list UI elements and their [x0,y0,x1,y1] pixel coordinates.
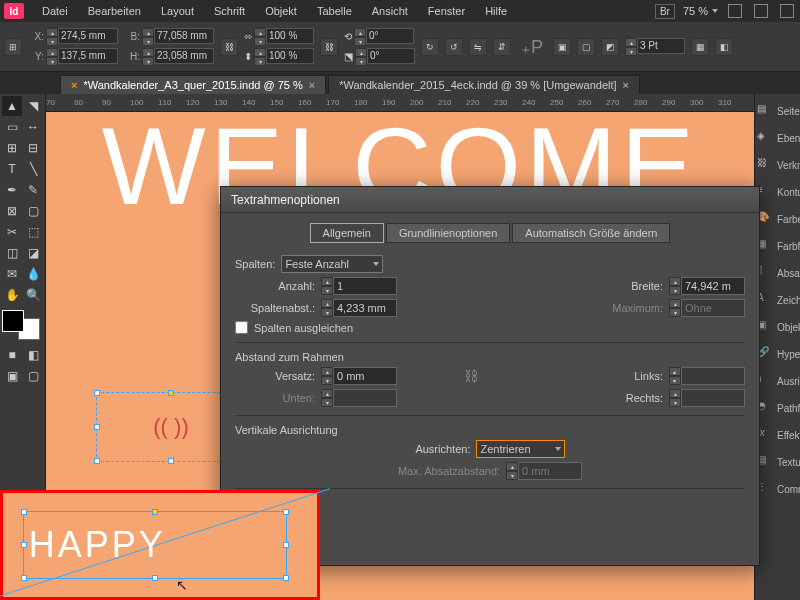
dialog-tab-autosize[interactable]: Automatisch Größe ändern [512,223,670,243]
menu-ansicht[interactable]: Ansicht [364,2,416,20]
panel-kontur[interactable]: ≡Kontur [755,179,800,205]
panel-zeichen[interactable]: AZeicher [755,287,800,313]
note-tool[interactable]: ✉ [2,264,22,284]
panel-pathfinder[interactable]: ◓Pathfin [755,395,800,421]
flip-h-icon[interactable]: ⇋ [469,38,487,56]
balance-checkbox[interactable] [235,321,248,334]
gutter-input[interactable] [333,299,397,317]
menu-hilfe[interactable]: Hilfe [477,2,515,20]
eyedropper-tool[interactable]: 💧 [23,264,43,284]
menu-tabelle[interactable]: Tabelle [309,2,360,20]
selection-tool[interactable]: ▲ [2,96,22,116]
menu-datei[interactable]: Datei [34,2,76,20]
rectangle-frame-tool[interactable]: ⊠ [2,201,22,221]
stroke-weight-input[interactable] [637,38,685,54]
columns-mode-select[interactable]: Feste Anzahl [281,255,383,273]
zoom-level[interactable]: 75 % [683,5,718,17]
height-input[interactable] [154,48,214,64]
shear-input[interactable] [367,48,415,64]
width-input[interactable] [154,28,214,44]
scale-y-input[interactable] [266,48,314,64]
control-panel: ⊞ X:▴▾ Y:▴▾ B:▴▾ H:▴▾ ⛓ ⬄▴▾ ⬍▴▾ ⛓ ⟲▴▾ ⬔▴… [0,22,800,72]
dialog-tab-grundlinien[interactable]: Grundlinienoptionen [386,223,510,243]
panel-ausrichten[interactable]: ⫞Ausrich [755,368,800,394]
col-width-input[interactable] [681,277,745,295]
panel-comma[interactable]: ⋮Comma [755,476,800,502]
constrain-scale-icon[interactable]: ⛓ [320,38,338,56]
rotate-cw-icon[interactable]: ↻ [421,38,439,56]
scale-x-icon: ⬄ [244,31,252,42]
shear-icon: ⬔ [344,51,353,62]
width-label: Breite: [607,280,663,292]
fit-frame-icon[interactable]: ▢ [577,38,595,56]
menu-fenster[interactable]: Fenster [420,2,473,20]
free-transform-tool[interactable]: ⬚ [23,222,43,242]
inset-top-input[interactable] [333,367,397,385]
menu-objekt[interactable]: Objekt [257,2,305,20]
y-input[interactable] [58,48,118,64]
rotate-input[interactable] [366,28,414,44]
dialog-title[interactable]: Textrahmenoptionen [221,187,759,213]
content-collector-tool[interactable]: ⊞ [2,138,22,158]
panel-seiten[interactable]: ▤Seiten [755,98,800,124]
close-icon[interactable]: × [309,79,315,91]
gradient-swatch-tool[interactable]: ◫ [2,243,22,263]
zoom-tool[interactable]: 🔍 [23,285,43,305]
page-tool[interactable]: ▭ [2,117,22,137]
panel-ebenen[interactable]: ◈Ebenen [755,125,800,151]
flip-v-icon[interactable]: ⇵ [493,38,511,56]
x-input[interactable] [58,28,118,44]
inset-right-label: Rechts: [607,392,663,404]
line-tool[interactable]: ╲ [23,159,43,179]
reference-point-icon[interactable]: ⊞ [4,38,22,56]
constrain-wh-icon[interactable]: ⛓ [220,38,238,56]
close-icon[interactable]: × [623,79,629,91]
count-input[interactable] [333,277,397,295]
menu-layout[interactable]: Layout [153,2,202,20]
apply-gradient-icon[interactable]: ◧ [23,345,43,365]
gap-tool[interactable]: ↔ [23,117,43,137]
gradient-feather-tool[interactable]: ◪ [23,243,43,263]
content-placer-tool[interactable]: ⊟ [23,138,43,158]
app-icon: Id [4,3,24,19]
rectangle-tool[interactable]: ▢ [23,201,43,221]
tab-2[interactable]: *Wandkalender_2015_4eck.indd @ 39 % [Umg… [328,75,640,94]
normal-view-icon[interactable]: ▣ [2,366,22,386]
bridge-icon[interactable]: Br [655,4,675,19]
pen-tool[interactable]: ✒ [2,180,22,200]
link-insets-icon[interactable]: ⛓ [464,368,478,384]
happy-frame[interactable]: HAPPY [23,511,287,579]
panel-absatz[interactable]: ¶Absatz [755,260,800,286]
menu-bearbeiten[interactable]: Bearbeiten [80,2,149,20]
view-mode-icon[interactable] [728,4,742,18]
panel-farbe[interactable]: 🎨Farbe [755,206,800,232]
direct-selection-tool[interactable]: ◥ [23,96,43,116]
scale-x-input[interactable] [266,28,314,44]
scissors-tool[interactable]: ✂ [2,222,22,242]
fill-color-icon[interactable]: ◩ [601,38,619,56]
screen-mode-icon[interactable] [754,4,768,18]
hand-tool[interactable]: ✋ [2,285,22,305]
tab-active[interactable]: *Wandkalender_A3_quer_2015.indd @ 75 %× [60,75,326,94]
corner-options-icon[interactable]: ◧ [715,38,733,56]
arrange-icon[interactable] [780,4,794,18]
fill-stroke-swatch[interactable] [2,310,40,340]
panel-hyperlinks[interactable]: 🔗Hyperli [755,341,800,367]
valign-select[interactable]: Zentrieren [476,440,564,458]
panel-farbfelder[interactable]: ▦Farbfel [755,233,800,259]
panel-effekte[interactable]: fxEffekte [755,422,800,448]
panel-textumfluss[interactable]: ▤Textum [755,449,800,475]
preview-view-icon[interactable]: ▢ [23,366,43,386]
scale-y-icon: ⬍ [244,51,252,62]
panel-objekt[interactable]: ▣Objekt [755,314,800,340]
textwrap-icon[interactable]: ▦ [691,38,709,56]
type-tool[interactable]: T [2,159,22,179]
fit-content-icon[interactable]: ▣ [553,38,571,56]
pencil-tool[interactable]: ✎ [23,180,43,200]
dialog-tab-allgemein[interactable]: Allgemein [310,223,384,243]
rotate-ccw-icon[interactable]: ↺ [445,38,463,56]
valign-title: Vertikale Ausrichtung [235,424,745,436]
apply-color-icon[interactable]: ■ [2,345,22,365]
menu-schrift[interactable]: Schrift [206,2,253,20]
panel-verknuepfungen[interactable]: ⛓Verknü [755,152,800,178]
